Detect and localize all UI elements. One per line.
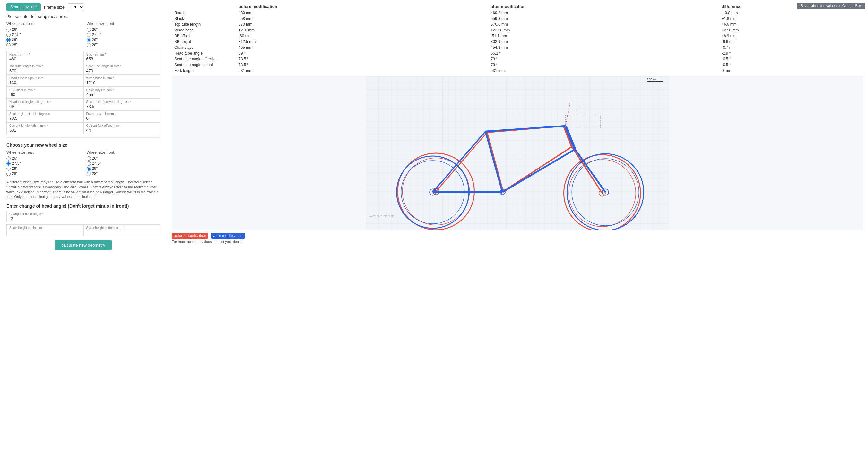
col-header-before: before modification	[236, 3, 488, 10]
col-header-label	[172, 3, 236, 10]
table-row: Top tube length 670 mm 676.6 mm +6.6 mm	[172, 22, 863, 27]
fork-offset-input[interactable]	[86, 128, 158, 132]
row-after: 73 °	[488, 56, 719, 62]
row-after: 659.8 mm	[488, 16, 719, 22]
row-before: 1210 mm	[236, 27, 488, 33]
stack-height-bottom-field: Stack height bottom in mm	[84, 224, 160, 236]
contact-text: For more accurate values contact your de…	[172, 240, 863, 244]
fork-length-input[interactable]	[9, 128, 81, 132]
row-after: 1237.8 mm	[488, 27, 719, 33]
choose-wheel-title: Choose your new wheel size	[6, 143, 160, 148]
table-row: BB height 312.5 mm 302.9 mm -9.6 mm	[172, 39, 863, 44]
frame-travel-input[interactable]	[86, 116, 158, 121]
fork-offset-field: Current fork offset in mm	[84, 122, 160, 134]
calculate-button[interactable]: calculate new geometry	[55, 240, 112, 250]
stack-input[interactable]	[86, 57, 158, 61]
wheelbase-input[interactable]	[86, 80, 158, 85]
new-front-28[interactable]: 28"	[87, 172, 160, 176]
table-row: Fork length 531 mm 531 mm 0 mm	[172, 68, 863, 73]
head-tube-input[interactable]	[9, 80, 81, 85]
wheel-front-options: 26" 27.5" 29" 28"	[87, 27, 160, 47]
search-my-bike-button[interactable]: Search my bike	[6, 3, 41, 11]
row-label: Fork length	[172, 68, 236, 73]
rear-28[interactable]: 28"	[6, 43, 80, 47]
legend-before-label: before modification	[172, 233, 208, 239]
row-diff: +8.9 mm	[719, 33, 863, 39]
rear-275[interactable]: 27.5"	[6, 32, 80, 37]
seat-tube-field: Seat tube length in mm *	[84, 63, 160, 75]
stack-height-top-field: Stack height top in mm	[6, 224, 84, 236]
row-diff: -2.9 °	[719, 51, 863, 56]
row-diff: +27.8 mm	[719, 27, 863, 33]
svg-rect-1	[366, 76, 669, 230]
row-label: Reach	[172, 10, 236, 16]
front-28[interactable]: 28"	[87, 43, 160, 47]
table-row: Head tube angle 69 ° 66.1 ° -2.9 °	[172, 51, 863, 56]
save-custom-bike-button[interactable]: Save calculated values as Custom Bike	[797, 3, 865, 9]
wheel-rear-col: Wheel size rear: 26" 27.5" 29" 28"	[6, 22, 80, 47]
bb-offset-field: BB-Offset in mm *	[6, 87, 84, 98]
legend-after: after modification	[211, 233, 244, 239]
row-after: 73 °	[488, 62, 719, 68]
front-26[interactable]: 26"	[87, 27, 160, 32]
row-before: 455 mm	[236, 44, 488, 51]
seat-tube-input[interactable]	[86, 68, 158, 73]
front-275[interactable]: 27.5"	[87, 32, 160, 37]
new-wheel-rear-label: Wheel size rear:	[6, 150, 80, 155]
row-diff: +1.8 mm	[719, 16, 863, 22]
new-rear-275[interactable]: 27.5"	[6, 161, 80, 166]
bb-offset-input[interactable]	[9, 92, 81, 97]
stack-height-top-input[interactable]	[9, 230, 81, 235]
new-wheel-front-label: Wheel size front:	[87, 150, 160, 155]
row-before: -60 mm	[236, 33, 488, 39]
rear-29[interactable]: 29"	[6, 37, 80, 42]
row-before: 312.5 mm	[236, 39, 488, 44]
new-rear-29[interactable]: 29"	[6, 166, 80, 171]
row-label: Seat tube angle actual	[172, 62, 236, 68]
front-29[interactable]: 29"	[87, 37, 160, 42]
new-rear-28[interactable]: 28"	[6, 172, 80, 176]
table-row: Reach 480 mm 469.2 mm -10.8 mm	[172, 10, 863, 16]
table-row: Chainstays 455 mm 454.3 mm -0.7 mm	[172, 44, 863, 51]
seat-effective-input[interactable]	[86, 104, 158, 109]
new-front-26[interactable]: 26"	[87, 156, 160, 160]
col-header-after: after modification	[488, 3, 719, 10]
row-before: 73.5 °	[236, 56, 488, 62]
top-tube-field: Top tube length in mm *	[6, 63, 84, 75]
rear-26[interactable]: 26"	[6, 27, 80, 32]
legend-before: before modification	[172, 233, 208, 239]
head-angle-change-input[interactable]	[9, 216, 74, 221]
new-wheel-rear-options: 26" 27.5" 29" 28"	[6, 156, 80, 176]
new-rear-26[interactable]: 26"	[6, 156, 80, 160]
new-front-29[interactable]: 29"	[87, 166, 160, 171]
left-panel: Search my bike Frame size L ▾ Please ent…	[0, 0, 167, 460]
wheel-rear-options: 26" 27.5" 29" 28"	[6, 27, 80, 47]
table-row: BB offset -60 mm -51.1 mm +8.9 mm	[172, 33, 863, 39]
chainstays-input[interactable]	[86, 92, 158, 97]
stack-height-bottom-input[interactable]	[86, 230, 158, 235]
row-label: Seat tube angle effective	[172, 56, 236, 62]
head-angle-input[interactable]	[9, 104, 81, 109]
row-before: 531 mm	[236, 68, 488, 73]
table-row: Wheelbase 1210 mm 1237.8 mm +27.8 mm	[172, 27, 863, 33]
head-angle-change-field: Change of head angle *	[6, 211, 77, 222]
head-angle-title: Enter change of head angle! (Don't forge…	[6, 204, 160, 209]
row-diff: +6.6 mm	[719, 22, 863, 27]
top-tube-input[interactable]	[9, 68, 81, 73]
row-after: 469.2 mm	[488, 10, 719, 16]
stack-height-row: Stack height top in mm Stack height bott…	[6, 224, 160, 236]
new-front-275[interactable]: 27.5"	[87, 161, 160, 166]
row-label: BB offset	[172, 33, 236, 39]
frame-size-select[interactable]: L ▾	[68, 3, 84, 11]
reach-input[interactable]	[9, 57, 81, 61]
input-fields-grid: Reach in mm * Stack in mm * Top tube len…	[6, 51, 160, 134]
row-diff: -0.5 °	[719, 56, 863, 62]
new-wheel-group: Wheel size rear: 26" 27.5" 29" 28" Wheel…	[6, 150, 160, 176]
row-label: Head tube angle	[172, 51, 236, 56]
legend-after-label: after modification	[211, 233, 244, 239]
row-label: Stack	[172, 16, 236, 22]
seat-actual-input[interactable]	[9, 116, 81, 121]
table-row: Seat tube angle effective 73.5 ° 73 ° -0…	[172, 56, 863, 62]
svg-text:100 mm: 100 mm	[647, 78, 658, 81]
fork-length-field: Current fork length in mm *	[6, 122, 84, 134]
